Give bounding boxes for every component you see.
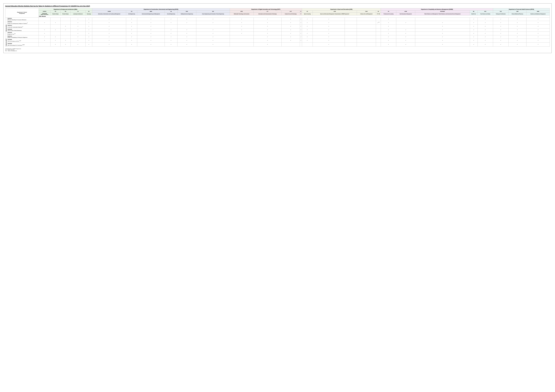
check-haem: ✓ bbox=[92, 35, 126, 39]
check-ae: ✓ bbox=[165, 43, 177, 46]
prog-fd: FD bbox=[51, 10, 61, 12]
check-it: ✓ bbox=[300, 39, 302, 43]
check-bve: ✓ bbox=[177, 28, 196, 31]
check-ne: ✓ bbox=[470, 31, 477, 35]
check-ict: ✓ bbox=[254, 31, 282, 35]
check-pd: ✓ bbox=[61, 43, 71, 46]
check-mtd: ✓ bbox=[230, 28, 254, 31]
check-la: ✓ bbox=[71, 35, 85, 39]
check-pd bbox=[61, 18, 71, 21]
check-adpad: ✓ bbox=[39, 31, 50, 35]
module-code: GEE5108 bbox=[7, 29, 38, 30]
check-sc: ✓ bbox=[302, 25, 313, 28]
check-fd bbox=[51, 18, 61, 21]
check-it: ✓ bbox=[300, 31, 302, 35]
module-name: Asian Fashion Retail Marketing bbox=[7, 30, 38, 31]
module-name: Effective Branding & Consumer Behaviour bbox=[7, 19, 38, 21]
prog-bve: BVE bbox=[177, 10, 196, 12]
check-dsr1: ✓ bbox=[313, 25, 345, 28]
prog-sv: SV bbox=[85, 10, 92, 12]
check-tqc: ✓ bbox=[493, 31, 508, 35]
check-bve: ✓ bbox=[177, 43, 196, 46]
check-ict: ✓ bbox=[254, 35, 282, 39]
check-tqc: ✓ bbox=[493, 43, 508, 46]
module-code: GEE5109 bbox=[7, 32, 38, 33]
prog-mtd: MTD bbox=[230, 10, 254, 12]
check-sv: ✓ bbox=[85, 31, 92, 35]
footnotes: *Specialisation of BRM Programme ST – Sp… bbox=[5, 48, 550, 51]
module-code: GEE5101 bbox=[7, 18, 38, 19]
prog-fes: FES bbox=[477, 10, 493, 12]
table-row: Offered by DBA GEE5101 Effective Brandin… bbox=[5, 18, 550, 21]
dept-dcee-header: Department of Construction, Environment … bbox=[92, 8, 230, 11]
table-row: GEE5102 Impact of Contemporary Design on… bbox=[5, 21, 550, 24]
check-bem: ✓ bbox=[137, 21, 165, 24]
module-gee5365: GEE5365 The Art & Science of Film S, M bbox=[7, 39, 39, 43]
check-cam bbox=[357, 31, 376, 35]
check-it: ✓ bbox=[300, 25, 302, 28]
check-adpad bbox=[39, 43, 50, 46]
module-code: GEE5368 bbox=[7, 43, 38, 44]
check-cat: ✓ bbox=[282, 31, 300, 35]
check-mtd bbox=[230, 35, 254, 39]
check-ict: ✓ bbox=[254, 39, 282, 43]
check-la: ✓ bbox=[71, 39, 85, 43]
check-ict: ✓ bbox=[254, 18, 282, 21]
check-haem: ✓ bbox=[92, 28, 126, 31]
prog-tqc-name: Testing and Certification bbox=[493, 12, 508, 15]
check-hom: ✓ bbox=[396, 28, 415, 31]
check-cam bbox=[357, 35, 376, 39]
check-prprem: ✓ bbox=[415, 35, 470, 39]
check-st-sm bbox=[376, 35, 381, 39]
check-pa-dhbm: ✓ bbox=[381, 18, 396, 21]
check-nhm: ✓ bbox=[526, 28, 550, 31]
check-ict: ✓ bbox=[254, 43, 282, 46]
dept-dhbm-header: Department of Hospitality and Business M… bbox=[381, 8, 493, 11]
check-bem: ✓ bbox=[137, 31, 165, 35]
module-name: Design for Fun 30 bbox=[7, 33, 38, 35]
check-prprem: ✓ bbox=[415, 31, 470, 35]
module-gee5110: GEE5110 Digital 3D Modelling & Printing … bbox=[7, 35, 39, 39]
check-prprem: ✓ bbox=[415, 43, 470, 46]
check-ce: ✓ bbox=[126, 25, 137, 28]
check-ae: ✓ bbox=[165, 39, 177, 43]
check-nhm: ✓ bbox=[526, 43, 550, 46]
check-bve: ✓ bbox=[177, 31, 196, 35]
dept-dfhs-header: Department of Food and Health Sciences (… bbox=[493, 8, 550, 11]
check-fd: ✓ bbox=[51, 28, 61, 31]
check-pa-dhbm: ✓ bbox=[381, 39, 396, 43]
check-cam bbox=[357, 39, 376, 43]
check-bem: ✓ bbox=[137, 18, 165, 21]
check-prprem: ✓ bbox=[415, 28, 470, 31]
check-st-sm bbox=[376, 43, 381, 46]
prog-ae: AE bbox=[165, 10, 177, 12]
module-gee5103: GEE5103 Living with Sustainable Material… bbox=[7, 25, 39, 28]
check-gei bbox=[196, 25, 230, 28]
check-pa-dhbm: ✓ bbox=[381, 28, 396, 31]
check-cat: ✓ bbox=[282, 39, 300, 43]
check-cat: ✓ bbox=[282, 28, 300, 31]
check-pd bbox=[61, 31, 71, 35]
check-sv: ✓ bbox=[85, 21, 92, 24]
module-name: The Art & Science of Film S, M bbox=[7, 40, 38, 42]
check-mtd bbox=[230, 39, 254, 43]
check-prprem: ✓ bbox=[415, 21, 470, 24]
check-bve: ✓ bbox=[177, 39, 196, 43]
check-nhm: ✓ bbox=[526, 31, 550, 35]
check-st-sm: ✓ 17 bbox=[376, 21, 381, 24]
check-cmp: ✓ bbox=[508, 18, 526, 21]
check-ne: ✓ bbox=[470, 21, 477, 24]
check-adpad bbox=[39, 25, 50, 28]
check-gei: ✓ bbox=[196, 35, 230, 39]
check-cam bbox=[357, 18, 376, 21]
module-gee5109: GEE5109 Design for Fun 30 bbox=[7, 31, 39, 35]
check-st-sm bbox=[376, 25, 381, 28]
check-pa-dhbm: ✓ bbox=[381, 25, 396, 28]
check-cam bbox=[357, 43, 376, 46]
dept-ddit-header: Department of Digital Innovation and Tec… bbox=[230, 8, 302, 11]
prog-cmp: CMP bbox=[508, 10, 526, 12]
check-sc: ✓ bbox=[302, 21, 313, 24]
prog-mtd-name: Multimedia Technology and Innovation bbox=[230, 12, 254, 15]
check-fes: ✓ bbox=[477, 43, 493, 46]
check-haem: ✓ bbox=[92, 31, 126, 35]
